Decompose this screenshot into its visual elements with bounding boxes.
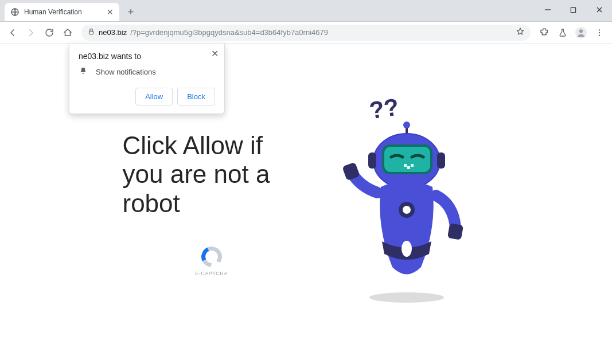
- labs-icon[interactable]: [555, 25, 571, 41]
- nav-reload-button[interactable]: [41, 25, 57, 41]
- browser-tab[interactable]: Human Verification ✕: [5, 3, 119, 21]
- svg-rect-20: [407, 166, 410, 169]
- popup-permission-line: Show notifications: [96, 68, 156, 76]
- svg-point-12: [403, 122, 410, 128]
- robot-svg: [318, 95, 490, 313]
- bell-icon: [79, 66, 88, 77]
- window-controls: [535, 0, 612, 19]
- captcha-ring-icon: [198, 244, 224, 270]
- page-content: ✕ ne03.biz wants to Show notifications A…: [0, 44, 612, 364]
- popup-close-icon[interactable]: ✕: [211, 48, 219, 59]
- browser-toolbar: ne03.biz/?p=gvrdenjqmu5gi3bpgqydsna&sub4…: [0, 22, 612, 44]
- url-host: ne03.biz: [99, 28, 127, 37]
- allow-button[interactable]: Allow: [135, 88, 173, 105]
- captcha-label: E-CAPTCHA: [195, 271, 228, 276]
- svg-rect-15: [368, 152, 376, 169]
- popup-title: ne03.biz wants to: [79, 52, 215, 61]
- nav-back-button[interactable]: [5, 25, 21, 41]
- extensions-button[interactable]: [536, 25, 552, 41]
- tab-strip: Human Verification ✕ +: [0, 0, 612, 22]
- svg-point-23: [403, 206, 411, 214]
- window-maximize-button[interactable]: [560, 1, 586, 18]
- svg-rect-19: [404, 164, 407, 167]
- bookmark-star-icon[interactable]: [516, 27, 525, 38]
- block-button[interactable]: Block: [177, 88, 215, 105]
- address-bar[interactable]: ne03.biz/?p=gvrdenjqmu5gi3bpgqydsna&sub4…: [81, 25, 531, 41]
- robot-illustration: ??: [318, 95, 490, 313]
- nav-forward-button[interactable]: [23, 25, 39, 41]
- svg-rect-26: [447, 223, 463, 240]
- svg-point-10: [599, 34, 600, 36]
- globe-icon: [10, 7, 20, 17]
- window-close-button[interactable]: [586, 1, 612, 18]
- nav-home-button[interactable]: [60, 25, 76, 41]
- svg-rect-5: [89, 31, 93, 34]
- captcha-badge: E-CAPTCHA: [128, 246, 295, 276]
- svg-rect-16: [437, 152, 445, 169]
- svg-rect-21: [411, 164, 414, 167]
- profile-avatar-button[interactable]: [573, 25, 589, 41]
- close-tab-icon[interactable]: ✕: [107, 7, 114, 17]
- tab-title: Human Verification: [24, 8, 82, 16]
- url-path: /?p=gvrdenjqmu5gi3bpgqydsna&sub4=d3b64fy…: [130, 28, 328, 37]
- kebab-menu-button[interactable]: [591, 25, 607, 41]
- svg-point-7: [579, 29, 583, 33]
- svg-point-9: [599, 32, 600, 33]
- page-headline: Click Allow if you are not a robot: [123, 131, 295, 218]
- new-tab-button[interactable]: +: [123, 4, 139, 20]
- svg-point-24: [401, 241, 412, 257]
- window-minimize-button[interactable]: [535, 1, 560, 18]
- notification-permission-popup: ✕ ne03.biz wants to Show notifications A…: [69, 44, 225, 114]
- lock-icon: [87, 28, 95, 37]
- svg-point-8: [599, 29, 600, 30]
- svg-rect-2: [571, 7, 575, 12]
